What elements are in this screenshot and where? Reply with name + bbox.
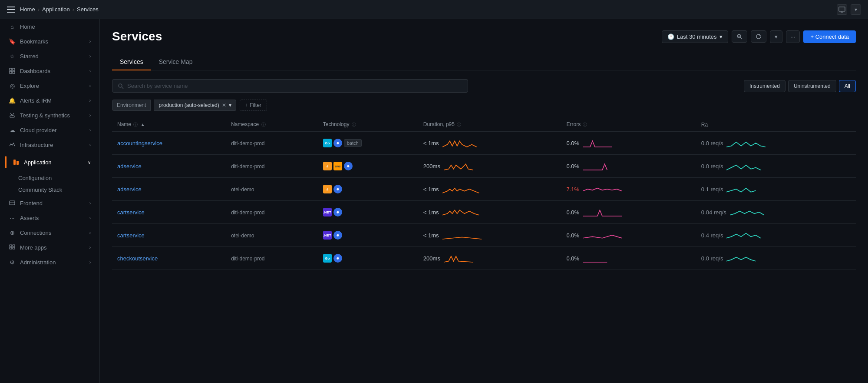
- more-options-btn[interactable]: ···: [786, 30, 800, 43]
- env-filter-label: Environment: [112, 100, 151, 111]
- sidebar-item-label: Infrastructure: [20, 142, 53, 148]
- errors-sparkline: [583, 182, 622, 196]
- sidebar-sub-item-configuration[interactable]: Configuration: [18, 172, 99, 184]
- rate-cell-inner: 0.0 req/s: [701, 136, 851, 150]
- sidebar-item-connections[interactable]: ⊕ Connections ›: [2, 226, 98, 240]
- sidebar-item-dashboards[interactable]: Dashboards ›: [2, 64, 98, 78]
- service-name-link[interactable]: accountingservice: [117, 140, 162, 147]
- cell-errors: 0.0%: [561, 132, 696, 155]
- frontend-icon: [9, 200, 16, 206]
- sidebar-item-starred[interactable]: ☆ Starred ›: [2, 49, 98, 63]
- sidebar-item-explore[interactable]: ◎ Explore ›: [2, 79, 98, 93]
- col-rate: Ra: [696, 118, 856, 132]
- add-filter-button[interactable]: + Filter: [240, 100, 267, 111]
- env-filter-close-icon[interactable]: ✕: [222, 102, 226, 108]
- monitor-icon-btn[interactable]: [837, 4, 847, 15]
- cell-duration: 200ms: [418, 155, 561, 178]
- refresh-btn[interactable]: [751, 30, 766, 43]
- table-row: checkoutservice ditl-demo-prod Go⎈ 200ms…: [112, 247, 856, 270]
- service-name-link[interactable]: cartservice: [117, 232, 145, 239]
- errors-cell-inner: 0.0%: [566, 251, 690, 265]
- name-sort-icon[interactable]: ▲: [141, 122, 145, 127]
- svg-rect-12: [10, 245, 12, 246]
- cell-namespace: ditl-demo-prod: [226, 247, 318, 270]
- duration-cell-inner: < 1ms: [423, 182, 556, 196]
- sidebar-item-label: Frontend: [20, 200, 43, 206]
- svg-rect-6: [13, 71, 15, 73]
- sidebar-item-alerts[interactable]: 🔔 Alerts & IRM ›: [2, 93, 98, 107]
- duration-info-icon: ⓘ: [457, 122, 461, 127]
- cell-rate: 0.1 req/s: [696, 178, 856, 201]
- sidebar-item-cloud[interactable]: ☁ Cloud provider ›: [2, 123, 98, 137]
- cell-technology: Jaws⎈: [318, 155, 418, 178]
- duration-sparkline: [442, 228, 482, 242]
- cell-name: accountingservice: [112, 132, 226, 155]
- sidebar-item-label: Bookmarks: [20, 38, 48, 45]
- tab-service-map[interactable]: Service Map: [151, 54, 201, 70]
- sidebar-item-administration[interactable]: ⚙ Administration ›: [2, 255, 98, 269]
- svg-rect-13: [13, 245, 15, 246]
- service-name-link[interactable]: adservice: [117, 186, 142, 193]
- rate-cell-inner: 0.1 req/s: [701, 182, 851, 196]
- sidebar-item-frontend[interactable]: Frontend ›: [2, 196, 98, 210]
- sidebar-item-infrastructure[interactable]: Infrastructure ›: [2, 138, 98, 152]
- col-duration: Duration, p95 ⓘ: [418, 118, 561, 132]
- service-name-link[interactable]: adservice: [117, 163, 142, 170]
- refresh-interval-btn[interactable]: ▾: [770, 30, 782, 43]
- col-technology: Technology ⓘ: [318, 118, 418, 132]
- sidebar-item-application[interactable]: Application ∨: [2, 153, 98, 172]
- sidebar-item-bookmarks[interactable]: 🔖 Bookmarks ›: [2, 34, 98, 48]
- active-indicator: [5, 156, 7, 168]
- chevron-down-icon-btn[interactable]: ▾: [851, 4, 861, 15]
- service-name-link[interactable]: cartservice: [117, 209, 145, 216]
- all-filter[interactable]: All: [839, 80, 856, 92]
- sidebar-item-label: Alerts & IRM: [20, 97, 52, 104]
- breadcrumb-home[interactable]: Home: [20, 6, 35, 13]
- service-name-link[interactable]: checkoutservice: [117, 255, 158, 262]
- instrumented-filter[interactable]: Instrumented: [744, 80, 785, 92]
- tech-icons-group: Go⎈batch: [323, 139, 413, 147]
- page-title: Services: [112, 30, 162, 43]
- svg-rect-15: [13, 247, 15, 249]
- errors-cell-inner: 7.1%: [566, 182, 690, 196]
- tech-icon-net: .NET: [323, 231, 332, 240]
- sidebar-item-home[interactable]: ⌂ Home: [2, 20, 98, 33]
- chevron-down-icon: ▾: [855, 7, 857, 13]
- sidebar-item-more-apps[interactable]: More apps ›: [2, 240, 98, 254]
- rate-value: 0.0 req/s: [701, 163, 723, 170]
- admin-icon: ⚙: [9, 259, 16, 266]
- errors-value: 7.1%: [566, 186, 579, 193]
- tech-icons-group: J⎈: [323, 185, 413, 193]
- env-filter-chevron-icon[interactable]: ▾: [229, 102, 231, 108]
- bookmark-icon: 🔖: [9, 38, 16, 45]
- time-selector[interactable]: 🕐 Last 30 minutes ▾: [662, 30, 728, 43]
- rate-value: 0.04 req/s: [701, 209, 726, 216]
- connect-data-button[interactable]: + Connect data: [803, 30, 856, 43]
- cell-name: checkoutservice: [112, 247, 226, 270]
- menu-button[interactable]: [7, 7, 15, 13]
- env-filter-value[interactable]: production (auto-selected) ✕ ▾: [154, 100, 236, 111]
- star-icon: ☆: [9, 53, 16, 60]
- tab-services[interactable]: Services: [112, 54, 151, 70]
- duration-cell-inner: 200ms: [423, 251, 556, 265]
- sidebar-item-testing[interactable]: Testing & synthetics ›: [2, 108, 98, 122]
- cell-rate: 0.0 req/s: [696, 132, 856, 155]
- search-input[interactable]: [127, 83, 462, 89]
- svg-rect-5: [10, 71, 12, 73]
- services-table: Name ⓘ ▲ Namespace ⓘ Technology ⓘ Durati…: [112, 118, 856, 270]
- namespace-text: ditl-demo-prod: [231, 163, 264, 170]
- chevron-right-icon: ›: [89, 69, 91, 73]
- sidebar-sub-item-community-slack[interactable]: Community Slack: [18, 184, 99, 196]
- cell-name: cartservice: [112, 224, 226, 247]
- errors-value: 0.0%: [566, 209, 579, 216]
- cell-duration: 200ms: [418, 247, 561, 270]
- tech-icon-net: .NET: [323, 208, 332, 216]
- duration-sparkline: [442, 182, 482, 196]
- uninstrumented-filter[interactable]: Uninstrumented: [788, 80, 836, 92]
- table-row: cartservice ditl-demo-prod .NET⎈ < 1ms 0…: [112, 201, 856, 224]
- zoom-out-btn[interactable]: [732, 30, 747, 43]
- sidebar-item-asserts[interactable]: ··· Asserts ›: [2, 211, 98, 225]
- rate-sparkline: [726, 136, 766, 150]
- breadcrumb-application[interactable]: Application: [42, 6, 70, 13]
- cell-technology: .NET⎈: [318, 224, 418, 247]
